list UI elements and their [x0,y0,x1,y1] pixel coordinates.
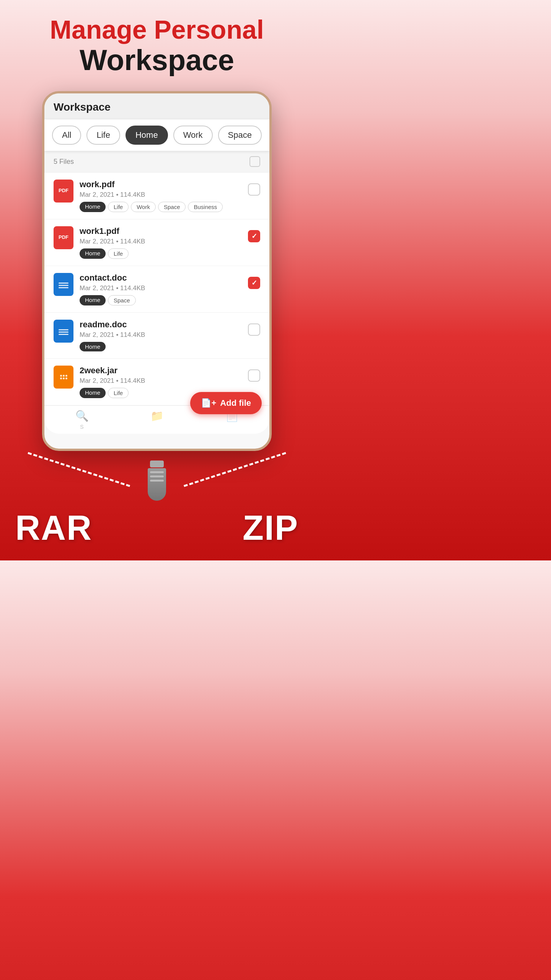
filter-chip-life[interactable]: Life [86,126,120,145]
bottom-area: RAR ZIP [0,439,314,559]
file-item: contact.docMar 2, 2021 • 114.4KBHomeSpac… [44,266,269,313]
file-type-icon: PDF [54,180,73,203]
file-tag: Life [108,388,129,398]
zip-label: ZIP [243,508,298,548]
file-tags: HomeLife [80,248,242,259]
file-checkbox[interactable] [248,369,260,382]
file-tag: Business [188,202,223,212]
hero-title-line1: Manage Personal [8,15,306,44]
file-info: readme.docMar 2, 2021 • 114.4KBHome [80,320,242,351]
add-file-icon: 📄+ [201,398,216,408]
file-tag: Home [80,295,106,305]
file-tag: Space [158,202,186,212]
search-icon: 🔍 [75,410,89,422]
file-item: PDF work.pdfMar 2, 2021 • 114.4KBHomeLif… [44,173,269,219]
file-tags: Home [80,342,242,351]
bottom-labels: RAR ZIP [0,505,314,552]
hero-section: Manage Personal Workspace [0,0,314,83]
file-tag: Life [108,248,129,259]
zipper-left-line [28,452,130,487]
file-tag: Space [108,295,136,305]
file-tags: HomeLifeWorkSpaceBusiness [80,202,242,212]
file-meta: Mar 2, 2021 • 114.4KB [80,238,242,245]
filter-chip-work[interactable]: Work [173,126,213,145]
file-tag: Home [80,248,106,259]
file-info: contact.docMar 2, 2021 • 114.4KBHomeSpac… [80,273,242,305]
filter-bar: AllLifeHomeWorkSpace [44,119,269,151]
zipper-right-line [184,452,286,487]
file-name: contact.doc [80,273,242,283]
file-meta: Mar 2, 2021 • 114.4KB [80,191,242,199]
files-count-bar: 5 Files [44,151,269,173]
file-name: readme.doc [80,320,242,330]
filter-chip-home[interactable]: Home [126,126,168,145]
file-checkbox[interactable]: ✓ [248,277,260,289]
file-checkbox[interactable]: ✓ [248,230,260,242]
zipper-pull [148,461,166,501]
file-meta: Mar 2, 2021 • 114.4KB [80,377,242,385]
filter-chip-space[interactable]: Space [218,126,262,145]
file-tags: HomeSpace [80,295,242,305]
file-tag: Work [131,202,156,212]
file-list: PDF work.pdfMar 2, 2021 • 114.4KBHomeLif… [44,173,269,405]
file-tag: Home [80,202,106,212]
rar-label: RAR [15,508,92,548]
file-type-icon: PDF [54,226,73,249]
hero-title-line2: Workspace [8,44,306,76]
file-type-icon [54,320,73,343]
workspace-title: Workspace [54,101,111,113]
file-item: PDF work1.pdfMar 2, 2021 • 114.4KBHomeLi… [44,219,269,266]
phone-mockup: Workspace AllLifeHomeWorkSpace 5 Files P… [42,91,272,451]
file-name: 2week.jar [80,366,242,376]
nav-folder[interactable]: 📁 [150,410,164,430]
file-info: work1.pdfMar 2, 2021 • 114.4KBHomeLife [80,226,242,259]
file-tag: Home [80,388,106,398]
file-name: work.pdf [80,180,242,189]
folder-icon: 📁 [150,410,164,422]
file-type-icon [54,366,73,389]
file-type-icon [54,273,73,296]
phone-container: Workspace AllLifeHomeWorkSpace 5 Files P… [38,91,276,451]
select-all-checkbox[interactable] [249,156,260,167]
filter-chip-all[interactable]: All [52,126,81,145]
file-meta: Mar 2, 2021 • 114.4KB [80,284,242,292]
file-meta: Mar 2, 2021 • 114.4KB [80,331,242,339]
phone-header: Workspace [44,93,269,119]
file-checkbox[interactable] [248,323,260,336]
file-info: work.pdfMar 2, 2021 • 114.4KBHomeLifeWor… [80,180,242,212]
add-file-button[interactable]: 📄+ Add file [190,392,262,414]
file-tag: Life [108,202,129,212]
file-tag: Home [80,342,106,351]
file-checkbox[interactable] [248,183,260,196]
file-name: work1.pdf [80,226,242,236]
add-file-label: Add file [220,398,251,408]
file-item: readme.docMar 2, 2021 • 114.4KBHome [44,313,269,359]
files-count: 5 Files [54,158,74,166]
nav-search[interactable]: 🔍 S [75,410,89,430]
